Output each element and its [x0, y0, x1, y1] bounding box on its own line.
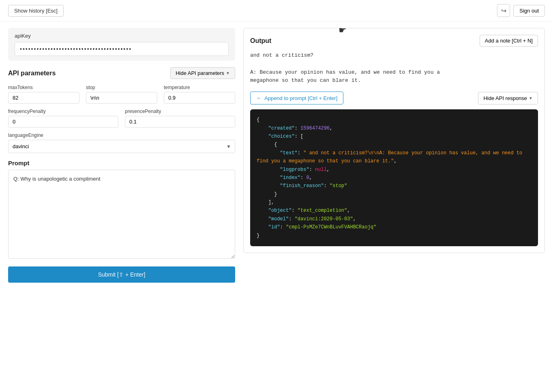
main-layout: apiKey API parameters Hide API parameter… [0, 21, 553, 289]
frequency-penalty-group: frequencyPenalty [8, 109, 118, 128]
api-params-title: API parameters [8, 70, 56, 77]
chevron-down-icon: ▼ [226, 71, 230, 75]
presence-penalty-label: presencePenalty [125, 109, 235, 114]
max-tokens-group: maxTokens [8, 85, 79, 104]
max-tokens-label: maxTokens [8, 85, 79, 90]
back-arrow-icon: ← [256, 95, 262, 101]
append-to-prompt-button[interactable]: ← Append to prompt [Ctrl + Enter] [250, 92, 343, 104]
presence-penalty-input[interactable] [125, 116, 235, 128]
language-engine-wrapper: davinci curie babbage ada ▼ [8, 140, 235, 153]
api-key-input[interactable] [15, 42, 229, 56]
stop-input[interactable] [86, 92, 157, 104]
frequency-penalty-input[interactable] [8, 116, 118, 128]
max-tokens-input[interactable] [8, 92, 79, 104]
add-note-button[interactable]: Add a note [Ctrl + N] [480, 35, 538, 47]
output-header: Output Add a note [Ctrl + N] [250, 35, 538, 47]
sign-out-icon[interactable]: ↪ [497, 4, 510, 17]
hide-api-response-label: Hide API response [483, 95, 527, 101]
sign-out-button[interactable]: Sign out [513, 5, 545, 17]
sign-out-area: ↪ Sign out [497, 4, 545, 17]
output-text: and not a criticism? A: Because your opi… [250, 51, 538, 85]
hide-api-response-button[interactable]: Hide API response ▼ [478, 92, 538, 104]
show-history-button[interactable]: Show history [Esc] [8, 5, 64, 17]
chevron-down-icon-2: ▼ [529, 96, 533, 100]
presence-penalty-group: presencePenalty [125, 109, 235, 128]
language-engine-label: languageEngine [8, 132, 235, 138]
top-bar: Show history [Esc] ↪ Sign out [0, 0, 553, 21]
prompt-textarea[interactable]: Q: Why is unapologetic a compliment [8, 170, 235, 259]
temperature-input[interactable] [164, 92, 235, 104]
json-code-block: { "created": 1596474296, "choices": [ { … [250, 109, 538, 246]
params-row-2: frequencyPenalty presencePenalty [8, 109, 235, 128]
submit-button[interactable]: Submit [⇧ + Enter] [8, 266, 235, 283]
api-key-section: apiKey [8, 28, 235, 61]
language-engine-section: languageEngine davinci curie babbage ada… [8, 132, 235, 153]
output-title: Output [250, 37, 271, 45]
hide-params-label: Hide API parameters [176, 70, 224, 76]
frequency-penalty-label: frequencyPenalty [8, 109, 118, 114]
api-key-label: apiKey [15, 33, 229, 39]
params-row-1: maxTokens stop temperature [8, 85, 235, 104]
stop-label: stop [86, 85, 157, 90]
right-panel: Output Add a note [Ctrl + N] and not a c… [243, 28, 545, 253]
language-engine-select[interactable]: davinci curie babbage ada [8, 140, 235, 153]
arrow-icon: ↪ [501, 7, 506, 15]
append-label: Append to prompt [Ctrl + Enter] [264, 95, 337, 101]
prompt-label: Prompt [8, 160, 235, 166]
left-panel: apiKey API parameters Hide API parameter… [8, 28, 235, 283]
hide-api-params-button[interactable]: Hide API parameters ▼ [170, 67, 235, 79]
temperature-label: temperature [164, 85, 235, 90]
prompt-section: Prompt Q: Why is unapologetic a complime… [8, 160, 235, 260]
api-parameters-section: API parameters Hide API parameters ▼ max… [8, 67, 235, 153]
api-params-header: API parameters Hide API parameters ▼ [8, 67, 235, 79]
stop-group: stop [86, 85, 157, 104]
temperature-group: temperature [164, 85, 235, 104]
append-bar: ← Append to prompt [Ctrl + Enter] Hide A… [250, 92, 538, 104]
output-panel: Output Add a note [Ctrl + N] and not a c… [243, 28, 545, 253]
